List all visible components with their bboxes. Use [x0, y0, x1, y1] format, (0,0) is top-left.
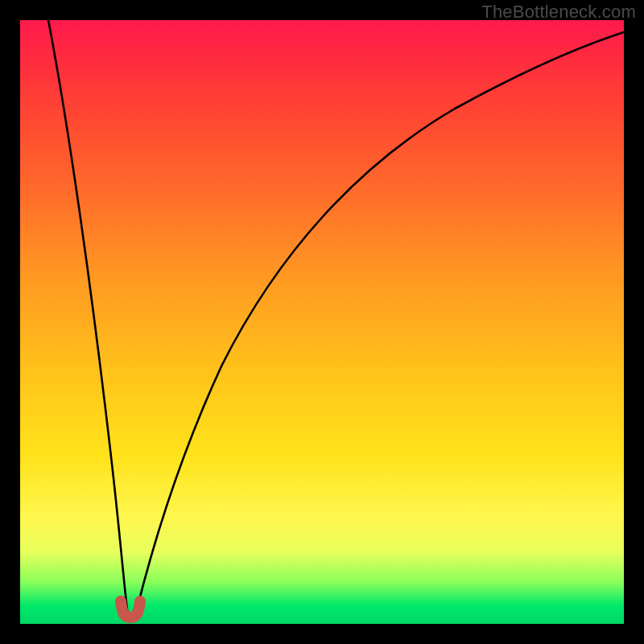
optimal-marker-icon — [121, 601, 140, 617]
watermark-text: TheBottleneck.com — [481, 2, 636, 23]
bottleneck-curve-path — [48, 20, 624, 614]
bottleneck-curve-svg — [20, 20, 624, 624]
plot-area — [20, 20, 624, 624]
